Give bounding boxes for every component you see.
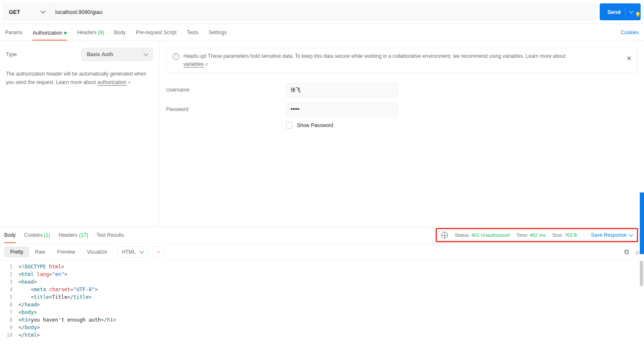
tab-body[interactable]: Body xyxy=(114,25,126,40)
code-line: <meta charset="UTF-8"> xyxy=(19,286,98,293)
info-icon: ! xyxy=(172,53,179,60)
response-tabs: Body Cookies (1) Headers (17) Test Resul… xyxy=(0,227,644,244)
password-label: Password xyxy=(166,106,286,112)
code-line: </body> xyxy=(19,324,40,331)
info-banner: ! Heads up! These parameters hold sensit… xyxy=(166,48,637,73)
variables-link[interactable]: variables xyxy=(183,61,204,68)
url-input[interactable] xyxy=(50,3,595,20)
view-pretty[interactable]: Pretty xyxy=(4,246,29,257)
code-line: <title>Title</title> xyxy=(19,293,92,301)
copy-icon[interactable]: ⧉ xyxy=(624,248,629,256)
auth-type-value: Basic Auth xyxy=(87,51,113,57)
show-password-checkbox[interactable] xyxy=(286,122,293,129)
auth-left-panel: Type Basic Auth The authorization header… xyxy=(0,41,159,227)
cookies-link[interactable]: Cookies xyxy=(621,30,639,35)
view-visualize[interactable]: Visualize xyxy=(81,246,113,257)
view-raw[interactable]: Raw xyxy=(29,246,51,257)
auth-body: Type Basic Auth The authorization header… xyxy=(0,41,644,227)
scrollbar[interactable] xyxy=(640,261,643,286)
lang-select[interactable]: HTML xyxy=(117,246,148,258)
request-tabs: Params Authorization ● Headers (9) Body … xyxy=(0,24,644,41)
code-line: </html> xyxy=(19,331,40,339)
username-input[interactable] xyxy=(286,83,398,97)
save-response-button[interactable]: Save Response xyxy=(584,232,633,238)
external-link-icon: ↗ xyxy=(127,80,131,85)
code-line: <head> xyxy=(19,278,37,286)
lightbulb-icon[interactable]: 💡 xyxy=(635,12,642,19)
resp-tab-cookies[interactable]: Cookies (1) xyxy=(24,227,50,243)
send-label: Send xyxy=(607,9,621,15)
code-line: <h1>you haven't enough auth</h1> xyxy=(19,316,116,324)
chevron-down-icon xyxy=(628,232,633,236)
view-tabs: Pretty Raw Preview Visualize HTML ⤶ ⧉ ⌕ xyxy=(0,244,644,260)
side-strip xyxy=(640,192,644,254)
code-line: <!DOCTYPE html> xyxy=(19,263,64,271)
resp-tab-body[interactable]: Body xyxy=(4,227,16,243)
wrap-lines-icon[interactable]: ⤶ xyxy=(152,246,164,258)
tab-prerequest[interactable]: Pre-request Script xyxy=(136,25,177,40)
auth-help-text: The authorization header will be automat… xyxy=(6,70,153,87)
auth-type-label: Type xyxy=(6,51,17,57)
close-icon[interactable]: ✕ xyxy=(626,53,632,64)
show-password-label: Show Password xyxy=(297,122,333,128)
globe-icon[interactable] xyxy=(441,232,448,238)
tab-params[interactable]: Params xyxy=(5,25,22,40)
status-item: Status: 401 Unauthorized xyxy=(455,233,509,238)
external-link-icon: ↗ xyxy=(205,62,208,67)
username-label: Username xyxy=(166,87,286,93)
search-icon[interactable]: ⌕ xyxy=(636,248,640,256)
auth-type-select[interactable]: Basic Auth xyxy=(81,48,153,61)
chevron-down-icon xyxy=(40,8,45,13)
view-preview[interactable]: Preview xyxy=(51,246,81,257)
divider xyxy=(625,7,625,17)
authorization-link[interactable]: authorization xyxy=(97,79,127,86)
chevron-down-icon xyxy=(139,249,144,253)
tab-tests[interactable]: Tests xyxy=(187,25,199,40)
url-bar: GET Send xyxy=(0,0,644,24)
response-code: 1<!DOCTYPE html> 2<html lang="en"> 3<hea… xyxy=(0,260,644,341)
method-value: GET xyxy=(9,9,20,15)
auth-right-panel: ! Heads up! These parameters hold sensit… xyxy=(159,41,644,227)
resp-tab-headers[interactable]: Headers (17) xyxy=(59,227,88,243)
chevron-down-icon[interactable] xyxy=(629,8,633,13)
code-line: <html lang="en"> xyxy=(19,271,67,278)
modified-dot-icon: ● xyxy=(64,29,67,36)
method-select[interactable]: GET xyxy=(3,3,50,20)
resp-tab-test-results[interactable]: Test Results xyxy=(97,227,124,243)
code-line: </head> xyxy=(19,301,40,309)
chevron-down-icon xyxy=(143,51,148,56)
tab-settings[interactable]: Settings xyxy=(209,25,227,40)
tab-headers[interactable]: Headers (9) xyxy=(77,25,104,40)
banner-text: Heads up! These parameters hold sensitiv… xyxy=(183,52,566,68)
response-status-highlight: Status: 401 Unauthorized Time: 492 ms Si… xyxy=(436,228,638,242)
time-item: Time: 492 ms xyxy=(516,233,545,238)
size-item: Size: 763 B xyxy=(552,233,577,238)
password-input[interactable] xyxy=(286,103,398,116)
code-line: <body> xyxy=(19,309,37,316)
tab-authorization[interactable]: Authorization ● xyxy=(32,25,67,40)
